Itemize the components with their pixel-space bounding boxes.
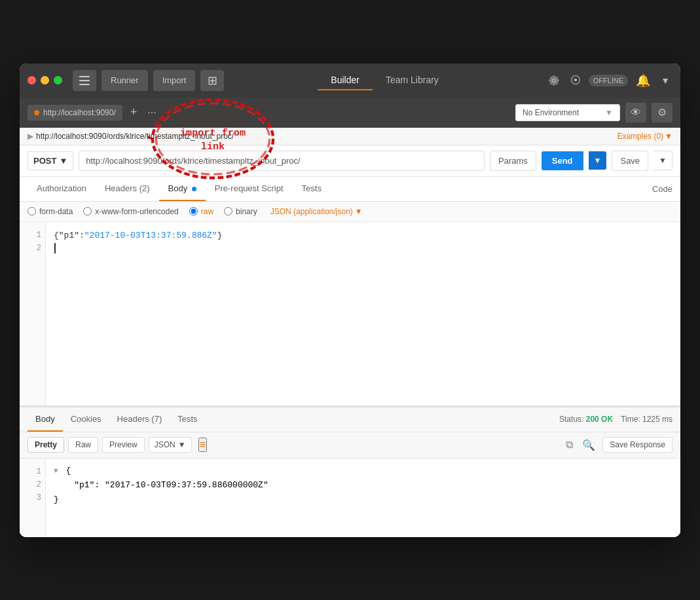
import-button[interactable]: Import bbox=[153, 70, 196, 91]
json-chevron-icon: ▼ bbox=[355, 207, 363, 216]
request-row: POST ▼ Params Send ▼ Save ▼ bbox=[20, 145, 680, 177]
time-value: 1225 ms bbox=[642, 415, 672, 424]
urlencoded-option[interactable]: x-www-form-urlencoded bbox=[83, 207, 178, 216]
environment-dropdown[interactable]: No Environment ▼ bbox=[515, 104, 620, 121]
raw-option[interactable]: raw bbox=[189, 207, 213, 216]
form-data-option[interactable]: form-data bbox=[28, 207, 73, 216]
status-value: 200 OK bbox=[586, 415, 613, 424]
resp-line-2: "p1": "2017-10-03T09:37:59.886000000Z" bbox=[54, 478, 672, 493]
method-chevron-icon: ▼ bbox=[59, 156, 67, 166]
tab-tests[interactable]: Tests bbox=[293, 177, 331, 201]
binary-option[interactable]: binary bbox=[224, 207, 257, 216]
env-chevron-icon: ▼ bbox=[605, 108, 613, 117]
breadcrumb: ▶ http://localhost:9090/ords/klrice/time… bbox=[28, 132, 234, 141]
method-dropdown[interactable]: POST ▼ bbox=[28, 151, 73, 170]
response-section: Body Cookies Headers (7) Tests Status: 2… bbox=[20, 405, 680, 537]
json-format-dropdown[interactable]: JSON (application/json) ▼ bbox=[270, 207, 363, 216]
status-label: Status: 200 OK bbox=[559, 415, 613, 424]
examples-link[interactable]: Examples (0) ▼ bbox=[617, 132, 672, 141]
response-json-dropdown[interactable]: JSON ▼ bbox=[149, 437, 192, 453]
response-meta: Status: 200 OK Time: 1225 ms bbox=[559, 415, 672, 424]
notifications-icon[interactable]: 🔔 bbox=[633, 71, 653, 90]
send-dropdown-button[interactable]: ▼ bbox=[589, 151, 607, 170]
tab-pre-request[interactable]: Pre-request Script bbox=[206, 177, 293, 201]
menu-chevron-button[interactable]: ▼ bbox=[658, 73, 672, 88]
save-dropdown-button[interactable]: ▼ bbox=[654, 151, 672, 170]
tab-team-library[interactable]: Team Library bbox=[373, 71, 452, 90]
code-line-2 bbox=[54, 243, 672, 253]
copy-response-button[interactable]: ⧉ bbox=[564, 437, 575, 453]
nav-tabs: Builder Team Library bbox=[229, 71, 540, 90]
line-numbers: 1 2 bbox=[20, 222, 46, 405]
search-response-button[interactable]: 🔍 bbox=[580, 437, 597, 453]
response-line-numbers: 1 2 3 bbox=[20, 459, 46, 537]
url-breadcrumb-row: ▶ http://localhost:9090/ords/klrice/time… bbox=[20, 128, 680, 145]
tab-overflow-button[interactable]: ··· bbox=[145, 105, 158, 120]
save-response-button[interactable]: Save Response bbox=[602, 437, 672, 453]
titlebar: Runner Import ⊞ Builder Team Library bbox=[20, 64, 680, 98]
time-label: Time: 1225 ms bbox=[621, 415, 672, 424]
editor-content[interactable]: {"p1":"2017-10-03T13:37:59.886Z"} bbox=[46, 222, 680, 405]
resp-tab-tests[interactable]: Tests bbox=[170, 407, 205, 432]
cursor bbox=[54, 243, 56, 253]
response-content: ▼ { "p1": "2017-10-03T09:37:59.886000000… bbox=[46, 459, 680, 537]
resp-tab-body[interactable]: Body bbox=[28, 407, 63, 432]
resp-line-3: } bbox=[54, 493, 672, 507]
runner-button[interactable]: Runner bbox=[101, 70, 148, 91]
resp-tab-headers[interactable]: Headers (7) bbox=[109, 407, 170, 432]
tab-bar: http://localhost:9090/ + ··· No Environm… bbox=[20, 98, 680, 128]
url-input[interactable] bbox=[79, 151, 485, 171]
preview-button[interactable]: Preview bbox=[102, 437, 145, 453]
main-content: ▶ http://localhost:9090/ords/klrice/time… bbox=[20, 128, 680, 537]
svg-rect-1 bbox=[79, 80, 90, 81]
body-type-row: form-data x-www-form-urlencoded raw bina… bbox=[20, 202, 680, 222]
svg-rect-2 bbox=[79, 84, 90, 85]
raw-button[interactable]: Raw bbox=[68, 437, 98, 453]
breadcrumb-arrow-icon: ▶ bbox=[28, 132, 33, 141]
code-link[interactable]: Code bbox=[652, 184, 672, 194]
new-tab-button[interactable]: ⊞ bbox=[200, 70, 224, 91]
save-button[interactable]: Save bbox=[612, 151, 648, 171]
settings-icon[interactable] bbox=[545, 72, 562, 89]
offline-badge: OFFLINE bbox=[589, 75, 628, 86]
tab-headers[interactable]: Headers (2) bbox=[96, 177, 159, 201]
request-tab[interactable]: http://localhost:9090/ bbox=[28, 105, 122, 121]
code-editor[interactable]: 1 2 {"p1":"2017-10-03T13:37:59.886Z"} bbox=[20, 222, 680, 405]
body-tab-dot bbox=[192, 187, 196, 191]
resp-line-1: ▼ { bbox=[54, 464, 672, 478]
resp-json-chevron-icon: ▼ bbox=[178, 440, 186, 449]
minimize-button[interactable] bbox=[41, 76, 49, 84]
resp-tab-cookies[interactable]: Cookies bbox=[63, 407, 109, 432]
wrap-button[interactable]: ≡ bbox=[198, 438, 207, 452]
titlebar-right: ⦿ OFFLINE 🔔 ▼ bbox=[545, 71, 672, 90]
close-button[interactable] bbox=[28, 76, 36, 84]
response-code-editor: 1 2 3 ▼ { "p1": "2017-10-03T09:37:59.886… bbox=[20, 459, 680, 537]
env-eye-button[interactable]: 👁 bbox=[625, 103, 646, 122]
sidebar-toggle-button[interactable] bbox=[73, 70, 96, 91]
response-tabs-row: Body Cookies Headers (7) Tests Status: 2… bbox=[20, 407, 680, 432]
svg-rect-0 bbox=[79, 76, 90, 77]
collapse-icon[interactable]: ▼ bbox=[54, 467, 58, 475]
pretty-button[interactable]: Pretty bbox=[28, 437, 64, 453]
traffic-lights bbox=[28, 76, 62, 84]
tab-modified-indicator bbox=[34, 110, 39, 115]
account-icon[interactable]: ⦿ bbox=[568, 72, 583, 89]
new-tab-plus-button[interactable]: + bbox=[128, 104, 140, 121]
params-button[interactable]: Params bbox=[490, 151, 536, 171]
request-tabs-row: Authorization Headers (2) Body Pre-reque… bbox=[20, 177, 680, 202]
resp-action-icons: ⧉ 🔍 Save Response bbox=[564, 437, 672, 453]
tab-builder[interactable]: Builder bbox=[318, 71, 373, 90]
examples-chevron-icon: ▼ bbox=[665, 132, 672, 141]
env-settings-button[interactable]: ⚙ bbox=[652, 103, 672, 122]
send-button[interactable]: Send bbox=[542, 151, 583, 170]
tab-authorization[interactable]: Authorization bbox=[28, 177, 96, 201]
tab-body[interactable]: Body bbox=[159, 177, 206, 201]
code-line-1: {"p1":"2017-10-03T13:37:59.886Z"} bbox=[54, 229, 672, 243]
response-format-row: Pretty Raw Preview JSON ▼ ≡ ⧉ 🔍 Save Res… bbox=[20, 432, 680, 459]
maximize-button[interactable] bbox=[54, 76, 62, 84]
